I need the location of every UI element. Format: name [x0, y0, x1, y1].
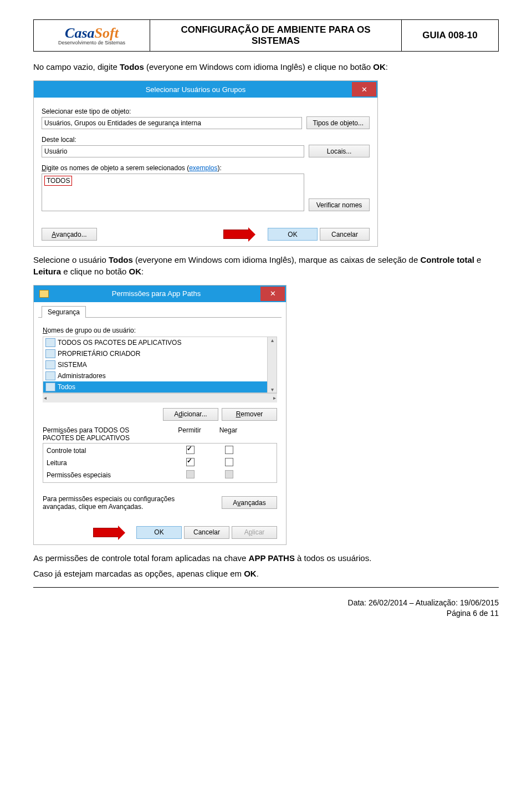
- footer-page: Página 6 de 11: [33, 608, 499, 619]
- list-item[interactable]: PROPRIETÁRIO CRIADOR: [43, 348, 267, 359]
- deny-checkbox[interactable]: [225, 446, 233, 454]
- allow-checkbox[interactable]: [186, 446, 195, 454]
- list-item[interactable]: TODOS OS PACOTES DE APLICATIVOS: [43, 337, 267, 348]
- advanced-text: Para permissões especiais ou configuraçõ…: [43, 495, 187, 511]
- scroll-down-icon[interactable]: ▾: [271, 386, 274, 393]
- perm-row: Permissões especiais: [43, 469, 277, 481]
- titlebar[interactable]: Permissões para App Paths ✕: [34, 286, 286, 302]
- dialog-title: Permissões para App Paths: [52, 289, 260, 298]
- examples-link[interactable]: exemplos: [189, 164, 217, 172]
- paragraph-3: As permissões de controle total foram ap…: [33, 553, 499, 564]
- group-icon: [45, 349, 55, 358]
- cancel-button[interactable]: Cancelar: [184, 526, 229, 539]
- dialog-title: Selecionar Usuários ou Grupos: [39, 85, 352, 94]
- footer-date: Data: 26/02/2014 – Atualização: 19/06/20…: [33, 598, 499, 608]
- ok-button[interactable]: OK: [136, 526, 182, 539]
- user-icon: [45, 383, 55, 391]
- object-type-label: Selecionar este tipo de objeto:: [42, 108, 302, 115]
- close-icon[interactable]: ✕: [260, 287, 285, 301]
- doc-header-table: CasaSoft Desenvolvimento de Sistemas CON…: [33, 19, 499, 52]
- permissions-dialog: Permissões para App Paths ✕ Segurança No…: [33, 285, 287, 545]
- location-field[interactable]: [42, 145, 304, 157]
- vertical-scrollbar[interactable]: ▴▾: [267, 337, 277, 393]
- object-type-field[interactable]: [42, 117, 302, 129]
- object-types-button[interactable]: Tipos de objeto...: [306, 116, 370, 129]
- list-item[interactable]: SISTEMA: [43, 359, 267, 370]
- doc-code: GUIA 008-10: [402, 20, 499, 52]
- advanced-button[interactable]: Avançadas: [222, 496, 277, 509]
- list-item-selected[interactable]: Todos: [43, 381, 267, 393]
- deny-checkbox[interactable]: [225, 458, 233, 466]
- scroll-left-icon[interactable]: ◂: [44, 395, 47, 401]
- apply-button: Aplicar: [232, 526, 277, 539]
- check-names-button[interactable]: Verificar nomes: [309, 198, 370, 211]
- perm-row: Controle total: [43, 445, 277, 457]
- paragraph-4: Caso já estejam marcadas as opções, apen…: [33, 568, 499, 579]
- cancel-button[interactable]: Cancelar: [320, 228, 370, 241]
- arrow-icon: [223, 230, 249, 239]
- groups-label: Nomes de grupo ou de usuário:: [43, 327, 277, 334]
- paragraph-1: No campo vazio, digite Todos (everyone e…: [33, 62, 499, 73]
- doc-title: CONFIGURAÇÃO DE AMBIENTE PARA OS SISTEMA…: [150, 20, 402, 52]
- group-icon: [45, 360, 55, 369]
- advanced-button[interactable]: AAvançado...vançado...: [42, 228, 97, 241]
- add-button[interactable]: Adicionar...: [163, 408, 218, 421]
- tab-security[interactable]: Segurança: [42, 306, 86, 318]
- group-icon: [45, 371, 55, 380]
- logo-b: Soft: [95, 25, 119, 41]
- ok-button[interactable]: OK: [268, 228, 318, 241]
- logo-a: Casa: [65, 25, 94, 41]
- location-label: Deste local:: [42, 136, 304, 144]
- select-users-dialog: Selecionar Usuários ou Grupos ✕ Selecion…: [33, 80, 378, 247]
- list-item[interactable]: Administradores: [43, 370, 267, 381]
- logo: CasaSoft Desenvolvimento de Sistemas: [40, 26, 143, 45]
- object-names-input[interactable]: TODOS: [44, 176, 72, 186]
- group-icon: [45, 338, 55, 347]
- logo-sub: Desenvolvimento de Sistemas: [58, 40, 125, 45]
- footer: Data: 26/02/2014 – Atualização: 19/06/20…: [33, 598, 499, 619]
- remove-button[interactable]: Remover: [222, 408, 277, 421]
- titlebar[interactable]: Selecionar Usuários ou Grupos ✕: [34, 81, 377, 98]
- paragraph-2: Selecione o usuário Todos (everyone em W…: [33, 254, 499, 277]
- deny-col: Negar: [209, 426, 248, 442]
- groups-listbox[interactable]: TODOS OS PACOTES DE APLICATIVOS PROPRIET…: [43, 337, 277, 393]
- scroll-right-icon[interactable]: ▸: [273, 395, 276, 401]
- folder-icon: [39, 290, 49, 298]
- arrow-icon: [93, 528, 119, 537]
- label-d: D: [42, 164, 47, 172]
- permissions-box: Controle total Leitura Permissões especi…: [43, 443, 277, 483]
- footer-divider: [33, 587, 499, 588]
- object-names-label: DDigite os nomes de objeto a serem selec…: [42, 164, 304, 172]
- horizontal-scrollbar[interactable]: ◂▸: [43, 393, 277, 402]
- allow-checkbox[interactable]: [186, 458, 195, 466]
- allow-checkbox: [186, 470, 195, 478]
- tab-strip: Segurança: [38, 302, 282, 318]
- close-icon[interactable]: ✕: [352, 82, 376, 96]
- allow-col: Permitir: [170, 426, 209, 442]
- perm-for-label: Permissões para TODOS OSPACOTES DE APLIC…: [43, 426, 170, 442]
- scroll-up-icon[interactable]: ▴: [271, 337, 274, 343]
- perm-row: Leitura: [43, 457, 277, 469]
- locations-button[interactable]: Locais...: [309, 145, 370, 157]
- deny-checkbox: [225, 470, 233, 478]
